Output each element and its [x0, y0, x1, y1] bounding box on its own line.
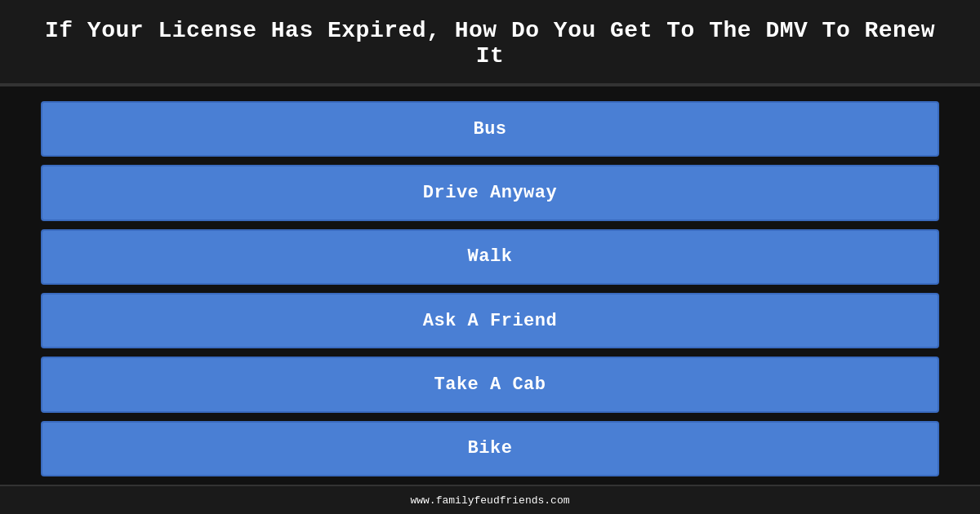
page-title: If Your License Has Expired, How Do You …: [33, 18, 947, 69]
answer-text-6: Bike: [468, 438, 513, 459]
answer-text-5: Take A Cab: [434, 374, 546, 395]
answer-text-2: Drive Anyway: [423, 183, 557, 203]
answer-row-6[interactable]: Bike: [41, 421, 939, 476]
answer-row-5[interactable]: Take A Cab: [41, 357, 939, 412]
answer-row-2[interactable]: Drive Anyway: [41, 165, 939, 220]
answer-text-4: Ask A Friend: [423, 311, 557, 331]
answer-row-4[interactable]: Ask A Friend: [41, 293, 939, 348]
answer-row-1[interactable]: Bus: [41, 101, 939, 157]
footer-url: www.familyfeudfriends.com: [410, 494, 569, 507]
answer-text-1: Bus: [473, 119, 506, 140]
answer-row-3[interactable]: Walk: [41, 229, 939, 285]
footer: www.familyfeudfriends.com: [0, 485, 980, 514]
answer-text-3: Walk: [468, 246, 513, 267]
page-wrapper: If Your License Has Expired, How Do You …: [0, 0, 980, 514]
answers-container: BusDrive AnywayWalkAsk A FriendTake A Ca…: [0, 86, 980, 485]
header: If Your License Has Expired, How Do You …: [0, 0, 980, 86]
